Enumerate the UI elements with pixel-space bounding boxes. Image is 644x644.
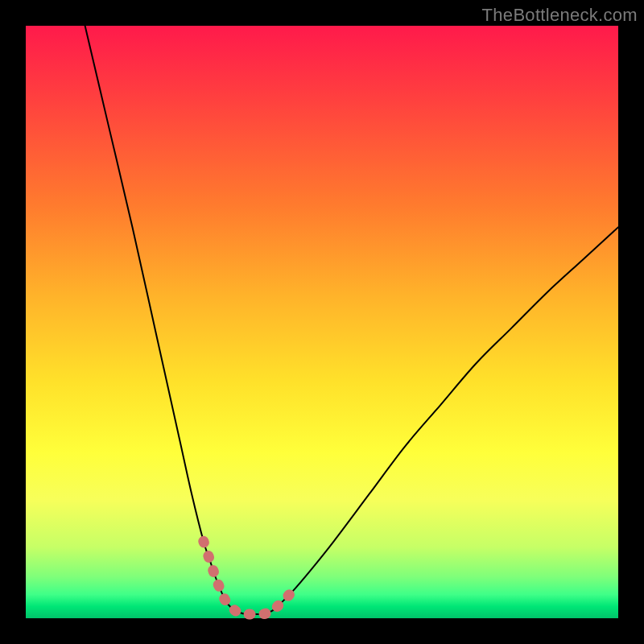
watermark-text: TheBottleneck.com: [482, 5, 638, 26]
plot-area: [26, 26, 618, 618]
bottleneck-curve: [85, 26, 618, 614]
bottleneck-curve-path: [85, 26, 618, 614]
optimal-zone-highlight-path: [204, 541, 292, 614]
chart-frame: TheBottleneck.com: [0, 0, 644, 644]
optimal-zone-highlight: [204, 541, 292, 614]
curve-layer: [26, 26, 618, 618]
